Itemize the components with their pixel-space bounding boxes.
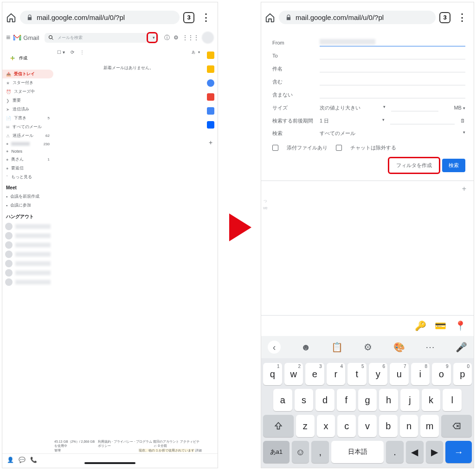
create-filter-button[interactable]: フィルタを作成 (390, 159, 438, 172)
select-checkbox[interactable]: ☐ ▾ (57, 50, 65, 55)
palette-icon[interactable]: 🎨 (393, 342, 405, 353)
key-o[interactable]: 9o (432, 363, 451, 385)
add-addon-icon[interactable]: + (261, 181, 474, 197)
home-icon[interactable] (6, 13, 16, 23)
tab-count-badge[interactable]: 3 (439, 12, 450, 23)
cursor-right-key[interactable]: ▶ (426, 441, 444, 463)
mic-icon[interactable]: 🎤 (455, 342, 467, 353)
addon-icon-1[interactable] (207, 107, 214, 115)
key-t[interactable]: 5t (347, 363, 367, 385)
hamburger-icon[interactable]: ≡ (6, 33, 10, 42)
shift-key[interactable] (263, 415, 294, 437)
payment-card-icon[interactable]: 💳 (435, 320, 446, 331)
more-icon[interactable]: ⋯ (424, 342, 436, 353)
key-p[interactable]: 0p (453, 363, 472, 385)
sticker-icon[interactable]: ☻ (300, 342, 312, 353)
hangout-contact[interactable] (2, 231, 53, 240)
sidebar-item[interactable]: ★スター付き (2, 78, 53, 87)
person-icon[interactable]: 👤 (7, 457, 14, 463)
exclude-chat-checkbox[interactable] (336, 145, 342, 151)
sidebar-item[interactable]: ➤送信済み (2, 105, 53, 114)
size-unit-dropdown[interactable]: MB ▾ (444, 105, 465, 110)
apps-grid-icon[interactable]: ⋮⋮⋮ (182, 34, 199, 41)
address-pill[interactable]: mail.google.com/mail/u/0/?pl (20, 11, 180, 24)
tab-count-badge[interactable]: 3 (183, 12, 194, 23)
clipboard-icon[interactable]: 📋 (331, 342, 343, 353)
period-key[interactable]: . (386, 441, 404, 463)
sidebar-item[interactable]: ●230 (2, 140, 53, 148)
key-s[interactable]: s (295, 389, 314, 411)
key-w[interactable]: 2w (284, 363, 303, 385)
key-v[interactable]: v (358, 415, 377, 437)
size-value-input[interactable] (391, 104, 438, 111)
sidebar-item[interactable]: ˅もっと見る (2, 173, 53, 181)
sidebar-item[interactable]: 📄下書き5 (2, 114, 53, 123)
hangout-contact[interactable] (2, 268, 53, 277)
sidebar-item[interactable]: ⚠迷惑メール62 (2, 131, 53, 140)
key-i[interactable]: 8i (411, 363, 430, 385)
addon-icon-2[interactable] (207, 121, 214, 129)
hangout-contact[interactable] (2, 222, 53, 231)
key-y[interactable]: 6y (369, 363, 388, 385)
keep-icon[interactable] (207, 65, 214, 73)
hangout-contact[interactable] (2, 250, 53, 259)
compose-button[interactable]: ＋ 作成 (4, 51, 53, 66)
overflow-menu-icon[interactable]: ⋮ (198, 12, 214, 24)
key-d[interactable]: d (315, 389, 334, 411)
size-op-dropdown[interactable]: 次の値より大きい ▾ (320, 104, 386, 111)
settings-gear-icon[interactable]: ⚙ (174, 34, 179, 41)
home-icon[interactable] (265, 13, 275, 23)
attachment-checkbox[interactable] (272, 145, 278, 151)
sidebar-item[interactable]: ❯重要 (2, 96, 53, 105)
key-k[interactable]: k (422, 389, 441, 411)
search-scope-dropdown[interactable]: すべてのメール ▾ (320, 130, 465, 137)
space-key[interactable]: 日本語 (331, 441, 384, 463)
date-value-input[interactable] (390, 117, 455, 124)
backspace-key[interactable] (441, 415, 472, 437)
to-input[interactable] (320, 52, 465, 59)
key-h[interactable]: h (379, 389, 398, 411)
key-z[interactable]: z (296, 415, 315, 437)
comma-key[interactable]: , (311, 441, 329, 463)
address-pill[interactable]: mail.google.com/mail/u/0/?pl (279, 11, 436, 24)
more-icon[interactable]: ⋮ (80, 50, 84, 55)
key-g[interactable]: g (358, 389, 377, 411)
calendar-icon[interactable]: 🗓 (460, 118, 465, 123)
chat-icon[interactable]: 💬 (19, 457, 26, 463)
meet-item[interactable]: ▪会議に参加 (2, 201, 53, 210)
ime-indicator[interactable]: あ (192, 50, 195, 55)
overflow-menu-icon[interactable]: ⋮ (454, 12, 470, 24)
help-icon[interactable]: ⓘ (164, 34, 170, 42)
key-b[interactable]: b (379, 415, 398, 437)
gmail-logo[interactable]: Gmail (13, 34, 39, 41)
from-input[interactable] (320, 39, 465, 46)
sidebar-item[interactable]: ●Notes (2, 148, 53, 155)
key-f[interactable]: f (337, 389, 356, 411)
subject-input[interactable] (320, 65, 465, 72)
key-q[interactable]: 1q (263, 363, 282, 385)
hangout-contact[interactable] (2, 240, 53, 250)
hangout-contact[interactable] (2, 277, 53, 287)
password-key-icon[interactable]: 🔑 (415, 320, 426, 331)
collapse-icon[interactable]: ‹ (268, 341, 281, 354)
calendar-icon[interactable] (207, 52, 214, 59)
has-input[interactable] (320, 78, 465, 85)
nothas-input[interactable] (320, 91, 465, 98)
date-range-dropdown[interactable]: 1 日 ▾ (320, 117, 385, 124)
key-x[interactable]: x (317, 415, 335, 437)
search-button[interactable]: 検索 (442, 159, 465, 172)
phone-icon[interactable]: 📞 (30, 457, 37, 463)
key-u[interactable]: 7u (390, 363, 409, 385)
sidebar-item[interactable]: ●奥さん1 (2, 155, 53, 164)
key-j[interactable]: j (400, 389, 419, 411)
ime-switch-key[interactable]: あa1 (263, 441, 289, 463)
sidebar-item[interactable]: ✉すべてのメール (2, 123, 53, 131)
add-addon-icon[interactable]: + (209, 139, 212, 146)
search-box[interactable]: メールを検索 ▾ (45, 33, 159, 43)
key-r[interactable]: 4r (327, 363, 346, 385)
emoji-key[interactable]: ☺ (292, 441, 309, 463)
key-l[interactable]: l (443, 389, 462, 411)
sidebar-item[interactable]: ●要返信 (2, 164, 53, 173)
refresh-icon[interactable]: ⟳ (71, 50, 74, 55)
tasks-icon[interactable] (207, 79, 214, 87)
